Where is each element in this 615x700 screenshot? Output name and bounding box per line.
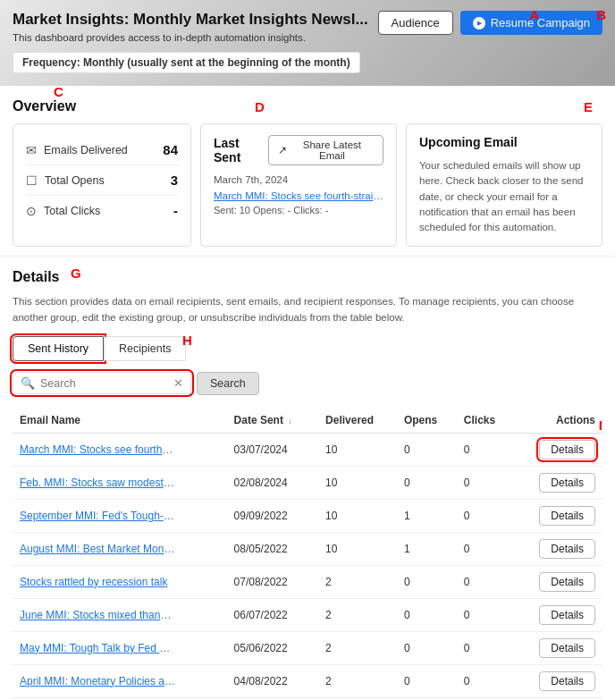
cell-date-sent: 04/08/2022: [227, 664, 318, 697]
opens-icon: ☐: [26, 173, 38, 188]
overview-section: Overview C ✉ Emails Delivered 84 ☐ Total…: [0, 86, 615, 256]
details-button[interactable]: Details: [539, 638, 595, 658]
audience-button[interactable]: Audience: [378, 11, 453, 35]
details-button[interactable]: Details: [539, 605, 595, 625]
upcoming-title: Upcoming Email: [419, 135, 589, 149]
email-name-link[interactable]: May MMI: Tough Talk by Fed Rattled...: [20, 642, 176, 654]
search-icon: 🔍: [21, 376, 35, 390]
annotation-g: G: [71, 266, 81, 281]
cell-clicks: 0: [457, 631, 514, 664]
col-opens: Opens: [397, 408, 457, 434]
cell-clicks: 0: [457, 664, 514, 697]
cell-actions: Details: [514, 466, 602, 499]
email-table: Email Name Date Sent ↓ Delivered Opens C…: [13, 408, 602, 700]
last-sent-link[interactable]: March MMI: Stocks see fourth-straight mo…: [214, 190, 383, 201]
share-latest-email-button[interactable]: ↗ Share Latest Email: [268, 135, 383, 165]
cell-actions: Details: [514, 532, 602, 565]
cell-clicks: 0: [457, 433, 514, 466]
details-button[interactable]: Details: [539, 572, 595, 592]
table-row: Feb. MMI: Stocks saw modest gains ... 02…: [13, 466, 602, 499]
col-date-sent[interactable]: Date Sent ↓: [227, 408, 318, 434]
cell-date-sent: 06/07/2022: [227, 598, 318, 631]
stats-card: ✉ Emails Delivered 84 ☐ Total Opens 3 ⊙: [13, 123, 191, 247]
frequency-info: Frequency: Monthly (usually sent at the …: [13, 52, 360, 73]
cell-delivered: 2: [318, 631, 397, 664]
annotation-c: C: [54, 84, 63, 99]
cell-date-sent: 07/08/2022: [227, 565, 318, 598]
cell-opens: 0: [397, 466, 457, 499]
cell-opens: 0: [397, 664, 457, 697]
email-name-link[interactable]: Stocks rattled by recession talk: [20, 576, 176, 588]
cell-email-name: Feb. MMI: Stocks saw modest gains ...: [13, 466, 227, 499]
col-clicks: Clicks: [457, 408, 514, 434]
details-button[interactable]: Details: [539, 539, 595, 559]
cell-delivered: 10: [318, 499, 397, 532]
frequency-value: Monthly (usually sent at the beginning o…: [83, 56, 350, 69]
email-icon: ✉: [26, 143, 37, 157]
total-opens-label: Total Opens: [45, 174, 105, 187]
table-row: March MMI: Stocks see fourth-strai... 03…: [13, 433, 602, 466]
resume-campaign-button[interactable]: Resume Campaign: [460, 11, 602, 35]
cell-actions: Details: [514, 598, 602, 631]
upcoming-text: Your scheduled emails will show up here.…: [419, 158, 589, 235]
cell-email-name: April MMI: Monetary Policies and U...: [13, 664, 227, 697]
clear-search-icon[interactable]: ✕: [173, 376, 183, 390]
cell-opens: 0: [397, 565, 457, 598]
cell-actions: Details: [514, 565, 602, 598]
cell-clicks: 0: [457, 565, 514, 598]
search-button[interactable]: Search: [197, 372, 259, 395]
email-name-link[interactable]: April MMI: Monetary Policies and U...: [20, 675, 176, 687]
email-name-link[interactable]: September MMI: Fed's Tough-Talk R...: [20, 510, 176, 522]
details-button[interactable]: Details: [539, 506, 595, 526]
cell-email-name: Stocks rattled by recession talk: [13, 565, 227, 598]
table-row: May MMI: Tough Talk by Fed Rattled... 05…: [13, 631, 602, 664]
details-section: Details G This section provides data on …: [0, 256, 615, 700]
cell-email-name: June MMI: Stocks mixed thanks to l...: [13, 598, 227, 631]
details-tabs: Sent History Recipients H: [13, 336, 602, 361]
email-name-link[interactable]: August MMI: Best Market Month of ...: [20, 543, 176, 555]
search-input-wrap: 🔍 ✕: [13, 372, 191, 394]
cell-date-sent: 05/06/2022: [227, 631, 318, 664]
details-button[interactable]: Details: [539, 671, 595, 691]
cell-email-name: August MMI: Best Market Month of ...: [13, 532, 227, 565]
emails-delivered-value: 84: [163, 142, 178, 157]
header-actions: Audience Resume Campaign: [378, 11, 603, 35]
email-name-link[interactable]: June MMI: Stocks mixed thanks to l...: [20, 609, 176, 621]
overview-title: Overview: [13, 98, 602, 114]
col-delivered: Delivered: [318, 408, 397, 434]
share-icon: ↗: [278, 144, 287, 156]
cell-email-name: May MMI: Tough Talk by Fed Rattled...: [13, 631, 227, 664]
cell-opens: 1: [397, 532, 457, 565]
last-sent-date: March 7th, 2024: [214, 174, 383, 185]
total-opens-row: ☐ Total Opens 3: [26, 165, 178, 196]
details-button[interactable]: Details: [539, 473, 595, 493]
total-opens-value: 3: [171, 173, 178, 188]
table-header-row: Email Name Date Sent ↓ Delivered Opens C…: [13, 408, 602, 434]
cell-clicks: 0: [457, 466, 514, 499]
cell-opens: 1: [397, 499, 457, 532]
table-body: March MMI: Stocks see fourth-strai... 03…: [13, 433, 602, 700]
last-sent-title: Last Sent: [214, 136, 268, 164]
cell-opens: 0: [397, 598, 457, 631]
total-clicks-value: -: [173, 203, 178, 218]
overview-grid: ✉ Emails Delivered 84 ☐ Total Opens 3 ⊙: [13, 123, 602, 247]
cell-date-sent: 02/08/2024: [227, 466, 318, 499]
cell-clicks: 0: [457, 598, 514, 631]
tab-sent-history[interactable]: Sent History: [13, 336, 104, 361]
table-row: August MMI: Best Market Month of ... 08/…: [13, 532, 602, 565]
cell-delivered: 10: [318, 466, 397, 499]
resume-campaign-label: Resume Campaign: [491, 16, 590, 30]
cell-delivered: 2: [318, 664, 397, 697]
cell-date-sent: 03/07/2024: [227, 433, 318, 466]
search-input[interactable]: [40, 377, 168, 390]
tab-recipients[interactable]: Recipients: [104, 336, 186, 361]
upcoming-email-card: Upcoming Email Your scheduled emails wil…: [406, 123, 602, 247]
details-button[interactable]: Details: [539, 440, 595, 460]
email-name-link[interactable]: March MMI: Stocks see fourth-strai...: [20, 443, 176, 456]
share-label: Share Latest Email: [291, 139, 374, 161]
cell-clicks: 0: [457, 499, 514, 532]
last-sent-meta: Sent: 10 Opens: - Clicks: -: [214, 205, 383, 215]
col-email-name: Email Name: [13, 408, 227, 434]
cell-date-sent: 09/09/2022: [227, 499, 318, 532]
email-name-link[interactable]: Feb. MMI: Stocks saw modest gains ...: [20, 477, 176, 489]
